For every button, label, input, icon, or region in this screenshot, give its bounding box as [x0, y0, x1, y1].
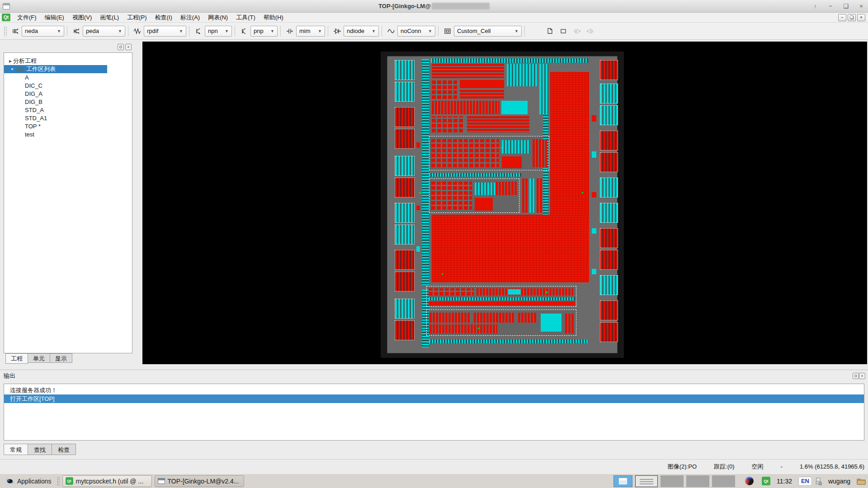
- tab-cell[interactable]: 单元: [28, 353, 50, 363]
- menu-tools[interactable]: 工具(T): [232, 13, 259, 23]
- die-pad: [395, 107, 415, 127]
- neda-device-combo[interactable]: neda▼: [22, 26, 64, 37]
- taskbar-separator: [57, 477, 60, 486]
- shade-button[interactable]: ↑: [811, 3, 819, 9]
- dock-float-icon[interactable]: [853, 373, 859, 379]
- ndiode-device-combo[interactable]: ndiode▼: [344, 26, 379, 37]
- tree-item-workspace-list[interactable]: ▼ 工作区列表: [4, 65, 107, 73]
- tab-project[interactable]: 工程: [5, 353, 28, 364]
- die-block: [476, 288, 573, 296]
- tree-item-workspace[interactable]: STD_A: [4, 106, 132, 114]
- die-block: [432, 116, 463, 132]
- printer-tray-icon[interactable]: [815, 477, 822, 485]
- pmos-icon: [72, 27, 81, 36]
- die-block: [533, 139, 547, 167]
- output-message-list[interactable]: 连接服务器成功！ 打开工作区[TOP]: [4, 384, 864, 441]
- pnp-device-combo[interactable]: pnp▼: [250, 26, 278, 37]
- mdi-minimize-button[interactable]: −: [838, 14, 846, 21]
- npn-icon: [194, 27, 203, 36]
- rpdif-device-combo[interactable]: rpdif▼: [144, 26, 186, 37]
- tree-item-analysis-project[interactable]: ▶ 分析工程: [4, 57, 132, 65]
- die-block: [537, 178, 542, 213]
- workspace-pager-button[interactable]: [635, 475, 658, 487]
- tree-item-workspace[interactable]: A: [4, 73, 132, 81]
- status-dash: -: [781, 463, 783, 470]
- expanded-arrow-icon[interactable]: ▼: [9, 67, 15, 71]
- menu-file[interactable]: 文件(F): [13, 13, 41, 23]
- workspace-pager-active[interactable]: [613, 475, 632, 487]
- die-bus: [424, 339, 588, 343]
- die-pad: [600, 250, 618, 270]
- menu-help[interactable]: 帮助(H): [259, 13, 288, 23]
- die-block: [541, 314, 561, 332]
- applications-menu-button[interactable]: Applications: [2, 476, 54, 486]
- tray-app-icon[interactable]: [745, 477, 754, 485]
- history-forward-button[interactable]: [585, 26, 596, 37]
- tree-item-label: DIC_C: [25, 82, 42, 89]
- menu-check[interactable]: 检查(I): [151, 13, 176, 23]
- tree-item-workspace[interactable]: DIC_C: [4, 81, 132, 89]
- tree-item-workspace[interactable]: test: [4, 130, 132, 138]
- menu-annotate[interactable]: 标注(A): [176, 13, 204, 23]
- qt-tray-icon[interactable]: Qt: [762, 477, 770, 485]
- neda-combo-value: neda: [25, 28, 54, 34]
- tree-item-workspace[interactable]: TOP *: [4, 122, 132, 130]
- die-pad: [395, 299, 415, 319]
- die-block: [502, 140, 530, 154]
- rectangle-tool-button[interactable]: [557, 26, 569, 37]
- die-block: [431, 182, 472, 210]
- input-method-indicator[interactable]: EN: [798, 477, 812, 486]
- taskbar-clock[interactable]: 11:32: [777, 478, 792, 485]
- output-message-selected[interactable]: 打开工作区[TOP]: [4, 394, 864, 403]
- menu-project[interactable]: 工程(P): [123, 13, 151, 23]
- tab-check[interactable]: 检查: [52, 444, 76, 455]
- mdi-close-button[interactable]: ×: [857, 14, 865, 21]
- tab-display[interactable]: 显示: [50, 353, 72, 363]
- npn-device-combo[interactable]: npn▼: [205, 26, 232, 37]
- dock-close-icon[interactable]: ×: [859, 373, 865, 379]
- maximize-button[interactable]: ❏: [842, 3, 850, 9]
- layout-canvas[interactable]: [142, 42, 867, 364]
- menu-edit[interactable]: 编辑(E): [41, 13, 68, 23]
- output-message[interactable]: 连接服务器成功！: [4, 386, 864, 394]
- sine-icon: [387, 27, 396, 36]
- minimize-button[interactable]: −: [826, 3, 835, 9]
- toolbar-separator: [328, 26, 328, 37]
- tree-item-workspace[interactable]: STD_A1: [4, 114, 132, 122]
- collapsed-arrow-icon[interactable]: ▶: [8, 59, 13, 63]
- dock-float-icon[interactable]: [118, 44, 124, 50]
- mim-device-combo[interactable]: mim▼: [296, 26, 325, 37]
- folder-tray-icon[interactable]: [857, 477, 866, 485]
- mdi-restore-button[interactable]: ❏: [848, 14, 856, 21]
- menu-netlist[interactable]: 网表(N): [204, 13, 232, 23]
- close-button[interactable]: ×: [857, 3, 865, 9]
- die-block: [429, 301, 575, 305]
- copy-page-button[interactable]: [544, 26, 556, 37]
- menu-view[interactable]: 视图(V): [68, 13, 96, 23]
- output-message-text: 打开工作区[TOP]: [10, 395, 55, 403]
- task-button-qtcreator[interactable]: Qt mytcpsocket.h (util @ ...: [62, 475, 152, 487]
- tree-item-workspace[interactable]: DIG_B: [4, 98, 132, 106]
- die-block: [474, 313, 514, 323]
- app-window: TOP-[Ginkgo-LM@ ↑ − ❏ × Qt 文件(F) 编辑(E) 视…: [0, 0, 868, 488]
- chevron-down-icon: ▼: [318, 29, 322, 33]
- noconn-device-combo[interactable]: noConn▼: [397, 26, 435, 37]
- peda-device-combo[interactable]: peda▼: [83, 26, 125, 37]
- menu-pen[interactable]: 画笔(L): [96, 13, 123, 23]
- tree-item-workspace[interactable]: DIG_A: [4, 89, 132, 98]
- die-block: [539, 64, 548, 114]
- tab-general[interactable]: 常规: [4, 444, 28, 455]
- project-dock-tabs: 工程 单元 显示: [4, 353, 132, 364]
- die-speck: [478, 328, 479, 329]
- die-block: [475, 198, 493, 211]
- dock-close-icon[interactable]: ×: [125, 44, 132, 50]
- die-block: [518, 313, 536, 323]
- toolbar-drag-handle[interactable]: [4, 26, 7, 36]
- tab-find[interactable]: 查找: [28, 444, 52, 455]
- die-block: [432, 64, 504, 78]
- custom-cell-combo[interactable]: Custom_Cell▼: [454, 26, 522, 37]
- die-pad: [395, 129, 415, 149]
- history-back-button[interactable]: [571, 26, 583, 37]
- task-button-ginkgo[interactable]: TOP-[Ginkgo-LM@v2.4...: [155, 475, 244, 487]
- username-label: wugang: [828, 478, 850, 485]
